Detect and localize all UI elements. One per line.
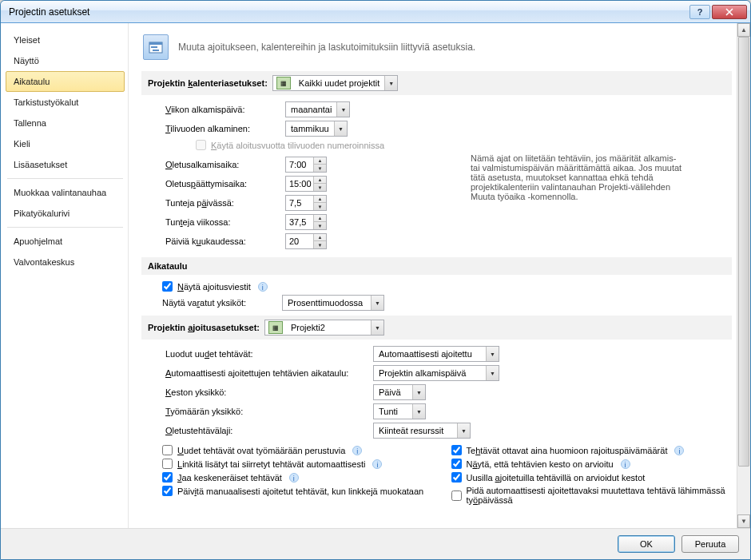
spin-down-icon[interactable]: ▼ [314,241,326,248]
chevron-down-icon: ▼ [412,404,425,419]
chevron-down-icon: ▼ [336,102,349,117]
label: Oletustehtävälaji: [165,426,373,435]
close-button[interactable] [712,5,747,19]
row-week-start: Viikon alkamispäivä: maanantai ▼ [165,101,732,117]
checkbox[interactable] [162,445,173,455]
section-sched-opts-header: Projektin ajoitusasetukset: ▦ Projekti2 … [141,316,732,340]
svg-rect-1 [149,42,162,45]
hrs-week-spinner[interactable]: 37,5▲▼ [285,214,327,230]
scroll-down-icon[interactable]: ▼ [737,514,750,528]
cancel-button[interactable]: Peruuta [681,535,739,553]
combo-value: Automaattisesti ajoitettu [374,349,486,359]
label: Uusilla ajoitetuilla tehtävillä on arvio… [467,473,646,483]
content-wrap: Muuta ajoitukseen, kalentereihin ja lask… [129,23,750,528]
section-title: Aikataulu [148,261,188,271]
combo-value: Kiinteät resurssit [374,426,457,435]
dialog-footer: OK Peruuta [1,528,750,559]
scroll-track[interactable] [737,37,750,514]
sidebar-item-lisa[interactable]: Lisäasetukset [6,154,125,175]
show-msg-checkbox[interactable] [162,281,173,292]
spin-up-icon[interactable]: ▲ [314,234,326,241]
col-left: Uudet tehtävät ovat työmäärään perustuvi… [162,442,443,508]
chevron-down-icon: ▼ [486,366,499,380]
hrs-day-spinner[interactable]: 7,5▲▼ [285,195,327,211]
chevron-down-icon: ▼ [371,296,383,310]
spin-up-icon[interactable]: ▲ [314,177,326,184]
label: Keston yksikkö: [165,387,373,397]
chevron-down-icon: ▼ [371,320,383,335]
svg-rect-2 [151,46,157,48]
scroll-up-icon[interactable]: ▲ [737,23,750,37]
vertical-scrollbar[interactable]: ▲ ▼ [737,23,750,528]
combo-value: Projektin alkamispäivä [374,368,486,378]
days-month-spinner[interactable]: 20▲▼ [285,233,327,249]
def-start-spinner[interactable]: 7:00▲▼ [285,157,327,173]
chk-show-est: Näytä, että tehtävien kesto on arvioitui [451,459,733,469]
fy-start-combo[interactable]: tammikuu ▼ [285,121,348,137]
label: Tilivuoden alkaminen: [165,124,285,133]
spin-up-icon[interactable]: ▲ [314,157,326,165]
checkbox[interactable] [451,459,462,469]
dur-unit-combo[interactable]: Päivä▼ [373,384,426,400]
time-defaults-left: Oletusalkamisaika: 7:00▲▼ Oletuspäättymi… [143,153,439,252]
sidebar-item-tallenna[interactable]: Tallenna [6,113,125,133]
sidebar-item-trust[interactable]: Valvontakeskus [6,252,125,272]
checkbox-columns: Uudet tehtävät ovat työmäärään perustuvi… [162,442,732,508]
auto-sched-combo[interactable]: Projektin alkamispäivä▼ [373,365,499,381]
calendar-scope-combo[interactable]: ▦ Kaikki uudet projektit ▼ [272,75,399,91]
spin-value: 37,5 [286,217,313,227]
sidebar-item-label: Lisäasetukset [14,160,67,169]
spin-up-icon[interactable]: ▲ [314,215,326,222]
spin-up-icon[interactable]: ▲ [314,196,326,203]
chk-new-est: Uusilla ajoitetuilla tehtävillä on arvio… [451,472,733,483]
label: Näytä ajoitusviestit [177,282,251,292]
info-icon[interactable]: i [289,473,299,483]
info-icon[interactable]: i [674,446,684,455]
checkbox[interactable] [162,472,173,483]
sidebar-item-addins[interactable]: Apuohjelmat [6,231,125,252]
combo-value: Päivä [374,387,412,397]
assigned-units-combo[interactable]: Prosenttimuodossa ▼ [282,295,384,311]
spin-down-icon[interactable]: ▼ [314,222,326,229]
sidebar-item-yleiset[interactable]: Yleiset [6,30,125,50]
spin-value: 7,5 [286,198,313,208]
sidebar-item-ribbon[interactable]: Muokkaa valintanauhaa [6,182,125,203]
spin-down-icon[interactable]: ▼ [314,184,326,191]
help-button[interactable]: ? [689,5,710,19]
task-type-combo[interactable]: Kiinteät resurssit▼ [373,423,471,439]
sidebar-item-tarkistus[interactable]: Tarkistustyökalut [6,92,125,113]
new-tasks-combo[interactable]: Automaattisesti ajoitettu▼ [373,346,499,362]
spin-down-icon[interactable]: ▼ [314,165,326,172]
info-icon[interactable]: i [258,282,268,292]
week-start-combo[interactable]: maanantai ▼ [285,101,350,117]
checkbox[interactable] [162,486,173,496]
sidebar: Yleiset Näyttö Aikataulu Tarkistustyökal… [1,23,129,528]
chk-keep-near: Pidä automaattisesti ajoitettavaksi muut… [451,486,733,505]
time-defaults-note: Nämä ajat on liitetään tehtäviin, jos mä… [439,153,686,201]
chk-honor-constraints: Tehtävät ottavat aina huomioon rajoitusp… [451,445,733,455]
sidebar-item-aikataulu[interactable]: Aikataulu [6,71,125,92]
label: Päivitä manuaalisesti ajoitetut tehtävät… [177,487,423,496]
work-unit-combo[interactable]: Tunti▼ [373,403,426,419]
info-icon[interactable]: i [352,446,362,455]
info-icon[interactable]: i [372,459,382,469]
checkbox[interactable] [451,472,462,483]
banner: Muuta ajoitukseen, kalentereihin ja lask… [143,34,732,60]
checkbox[interactable] [451,490,462,501]
sched-scope-combo[interactable]: ▦ Projekti2 ▼ [264,320,384,336]
ok-button[interactable]: OK [618,535,675,553]
label: Käytä aloitusvuotta tilivuoden numeroinn… [211,141,384,150]
dialog-body: Yleiset Näyttö Aikataulu Tarkistustyökal… [1,23,750,528]
info-icon[interactable]: i [621,459,630,469]
checkbox[interactable] [451,445,462,455]
sidebar-item-label: Yleiset [14,35,40,45]
sidebar-item-kieli[interactable]: Kieli [6,133,125,154]
chk-update: Päivitä manuaalisesti ajoitetut tehtävät… [162,486,443,496]
sidebar-item-quickbar[interactable]: Pikatyökalurivi [6,203,125,224]
spin-down-icon[interactable]: ▼ [314,203,326,210]
checkbox[interactable] [162,459,173,469]
sidebar-item-naytto[interactable]: Näyttö [6,50,125,71]
def-end-spinner[interactable]: 15:00▲▼ [285,176,327,192]
label: Tehtävät ottavat aina huomioon rajoitusp… [467,446,668,455]
scroll-thumb[interactable] [738,37,749,467]
